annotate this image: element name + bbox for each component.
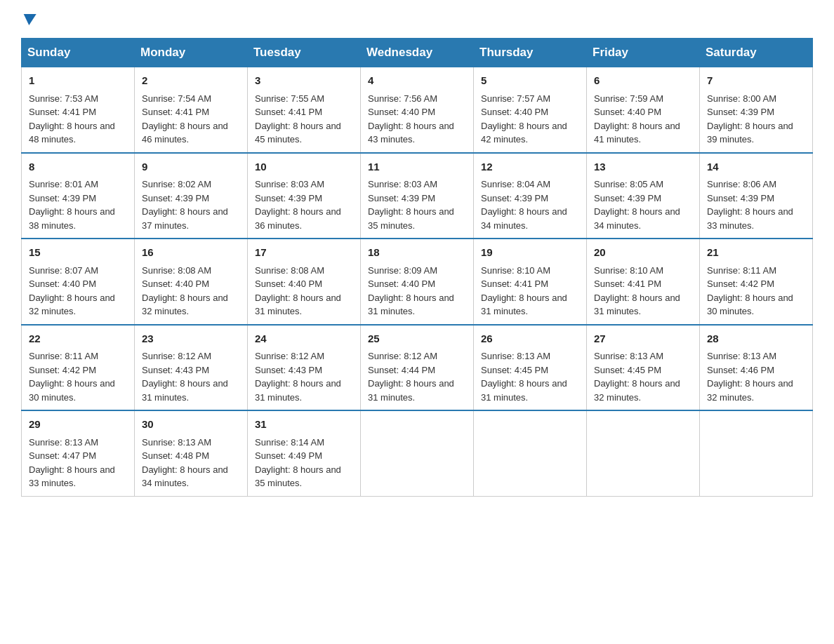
day-number: 18 bbox=[368, 245, 466, 261]
calendar-cell: 16Sunrise: 8:08 AMSunset: 4:40 PMDayligh… bbox=[135, 239, 248, 325]
sunrise-text: Sunrise: 8:00 AM bbox=[707, 93, 776, 104]
daylight-text: Daylight: 8 hours and 34 minutes. bbox=[142, 464, 228, 489]
sunrise-text: Sunrise: 8:13 AM bbox=[481, 351, 550, 361]
sunrise-text: Sunrise: 8:11 AM bbox=[29, 351, 98, 361]
sunrise-text: Sunrise: 8:04 AM bbox=[481, 179, 550, 189]
daylight-text: Daylight: 8 hours and 35 minutes. bbox=[255, 464, 341, 489]
sunrise-text: Sunrise: 7:59 AM bbox=[594, 93, 663, 104]
daylight-text: Daylight: 8 hours and 33 minutes. bbox=[29, 464, 115, 489]
calendar-cell: 24Sunrise: 8:12 AMSunset: 4:43 PMDayligh… bbox=[248, 325, 361, 411]
day-number: 28 bbox=[707, 331, 805, 347]
day-header-friday: Friday bbox=[587, 39, 700, 67]
daylight-text: Daylight: 8 hours and 30 minutes. bbox=[707, 293, 793, 317]
sunrise-text: Sunrise: 7:54 AM bbox=[142, 93, 211, 104]
week-row-2: 8Sunrise: 8:01 AMSunset: 4:39 PMDaylight… bbox=[22, 153, 813, 239]
sunset-text: Sunset: 4:41 PM bbox=[255, 107, 322, 117]
daylight-text: Daylight: 8 hours and 36 minutes. bbox=[255, 206, 341, 231]
day-number: 14 bbox=[707, 159, 805, 175]
calendar-cell: 15Sunrise: 8:07 AMSunset: 4:40 PMDayligh… bbox=[22, 239, 135, 325]
calendar-table: SundayMondayTuesdayWednesdayThursdayFrid… bbox=[21, 38, 813, 497]
sunset-text: Sunset: 4:40 PM bbox=[29, 279, 96, 289]
sunset-text: Sunset: 4:48 PM bbox=[142, 450, 209, 461]
calendar-cell: 7Sunrise: 8:00 AMSunset: 4:39 PMDaylight… bbox=[700, 67, 813, 153]
days-header-row: SundayMondayTuesdayWednesdayThursdayFrid… bbox=[22, 39, 813, 67]
sunrise-text: Sunrise: 8:13 AM bbox=[707, 351, 776, 361]
daylight-text: Daylight: 8 hours and 31 minutes. bbox=[481, 293, 567, 317]
sunset-text: Sunset: 4:39 PM bbox=[255, 193, 322, 203]
day-number: 30 bbox=[142, 417, 240, 433]
daylight-text: Daylight: 8 hours and 30 minutes. bbox=[29, 378, 115, 403]
sunrise-text: Sunrise: 8:12 AM bbox=[142, 351, 211, 361]
sunset-text: Sunset: 4:39 PM bbox=[481, 193, 548, 203]
day-number: 7 bbox=[707, 73, 805, 89]
daylight-text: Daylight: 8 hours and 46 minutes. bbox=[142, 121, 228, 145]
sunset-text: Sunset: 4:40 PM bbox=[481, 107, 548, 117]
day-number: 9 bbox=[142, 159, 240, 175]
day-header-monday: Monday bbox=[135, 39, 248, 67]
daylight-text: Daylight: 8 hours and 41 minutes. bbox=[594, 121, 680, 145]
day-header-tuesday: Tuesday bbox=[248, 39, 361, 67]
calendar-cell: 14Sunrise: 8:06 AMSunset: 4:39 PMDayligh… bbox=[700, 153, 813, 239]
sunset-text: Sunset: 4:40 PM bbox=[368, 107, 435, 117]
sunset-text: Sunset: 4:41 PM bbox=[29, 107, 96, 117]
sunrise-text: Sunrise: 7:57 AM bbox=[481, 93, 550, 104]
sunrise-text: Sunrise: 8:11 AM bbox=[707, 265, 776, 276]
sunset-text: Sunset: 4:39 PM bbox=[707, 107, 774, 117]
day-number: 5 bbox=[481, 73, 579, 89]
sunset-text: Sunset: 4:45 PM bbox=[594, 365, 661, 375]
daylight-text: Daylight: 8 hours and 31 minutes. bbox=[368, 293, 454, 317]
daylight-text: Daylight: 8 hours and 31 minutes. bbox=[481, 378, 567, 403]
day-number: 25 bbox=[368, 331, 466, 347]
daylight-text: Daylight: 8 hours and 34 minutes. bbox=[481, 206, 567, 231]
day-number: 22 bbox=[29, 331, 127, 347]
calendar-cell: 30Sunrise: 8:13 AMSunset: 4:48 PMDayligh… bbox=[135, 410, 248, 496]
sunset-text: Sunset: 4:42 PM bbox=[707, 279, 774, 289]
daylight-text: Daylight: 8 hours and 31 minutes. bbox=[255, 378, 341, 403]
sunrise-text: Sunrise: 8:10 AM bbox=[481, 265, 550, 276]
sunrise-text: Sunrise: 8:10 AM bbox=[594, 265, 663, 276]
daylight-text: Daylight: 8 hours and 33 minutes. bbox=[707, 206, 793, 231]
day-number: 24 bbox=[255, 331, 353, 347]
sunrise-text: Sunrise: 8:09 AM bbox=[368, 265, 437, 276]
sunset-text: Sunset: 4:39 PM bbox=[594, 193, 661, 203]
day-number: 10 bbox=[255, 159, 353, 175]
sunrise-text: Sunrise: 7:55 AM bbox=[255, 93, 324, 104]
calendar-cell bbox=[587, 410, 700, 496]
calendar-cell: 12Sunrise: 8:04 AMSunset: 4:39 PMDayligh… bbox=[474, 153, 587, 239]
calendar-cell: 17Sunrise: 8:08 AMSunset: 4:40 PMDayligh… bbox=[248, 239, 361, 325]
calendar-cell: 5Sunrise: 7:57 AMSunset: 4:40 PMDaylight… bbox=[474, 67, 587, 153]
sunset-text: Sunset: 4:43 PM bbox=[142, 365, 209, 375]
calendar-cell: 28Sunrise: 8:13 AMSunset: 4:46 PMDayligh… bbox=[700, 325, 813, 411]
calendar-cell: 25Sunrise: 8:12 AMSunset: 4:44 PMDayligh… bbox=[361, 325, 474, 411]
day-number: 17 bbox=[255, 245, 353, 261]
daylight-text: Daylight: 8 hours and 39 minutes. bbox=[707, 121, 793, 145]
calendar-cell: 23Sunrise: 8:12 AMSunset: 4:43 PMDayligh… bbox=[135, 325, 248, 411]
sunrise-text: Sunrise: 7:56 AM bbox=[368, 93, 437, 104]
calendar-cell: 18Sunrise: 8:09 AMSunset: 4:40 PMDayligh… bbox=[361, 239, 474, 325]
week-row-4: 22Sunrise: 8:11 AMSunset: 4:42 PMDayligh… bbox=[22, 325, 813, 411]
daylight-text: Daylight: 8 hours and 37 minutes. bbox=[142, 206, 228, 231]
sunset-text: Sunset: 4:47 PM bbox=[29, 450, 96, 461]
sunset-text: Sunset: 4:41 PM bbox=[481, 279, 548, 289]
daylight-text: Daylight: 8 hours and 48 minutes. bbox=[29, 121, 115, 145]
header bbox=[21, 14, 813, 25]
daylight-text: Daylight: 8 hours and 43 minutes. bbox=[368, 121, 454, 145]
sunrise-text: Sunrise: 8:12 AM bbox=[368, 351, 437, 361]
day-header-wednesday: Wednesday bbox=[361, 39, 474, 67]
sunset-text: Sunset: 4:41 PM bbox=[142, 107, 209, 117]
day-number: 27 bbox=[594, 331, 692, 347]
sunset-text: Sunset: 4:39 PM bbox=[707, 193, 774, 203]
logo bbox=[21, 14, 36, 25]
day-number: 19 bbox=[481, 245, 579, 261]
sunset-text: Sunset: 4:40 PM bbox=[255, 279, 322, 289]
calendar-cell: 21Sunrise: 8:11 AMSunset: 4:42 PMDayligh… bbox=[700, 239, 813, 325]
calendar-cell: 11Sunrise: 8:03 AMSunset: 4:39 PMDayligh… bbox=[361, 153, 474, 239]
week-row-1: 1Sunrise: 7:53 AMSunset: 4:41 PMDaylight… bbox=[22, 67, 813, 153]
calendar-cell: 2Sunrise: 7:54 AMSunset: 4:41 PMDaylight… bbox=[135, 67, 248, 153]
calendar-cell: 6Sunrise: 7:59 AMSunset: 4:40 PMDaylight… bbox=[587, 67, 700, 153]
sunrise-text: Sunrise: 8:12 AM bbox=[255, 351, 324, 361]
day-number: 16 bbox=[142, 245, 240, 261]
daylight-text: Daylight: 8 hours and 31 minutes. bbox=[142, 378, 228, 403]
day-number: 29 bbox=[29, 417, 127, 433]
calendar-cell bbox=[700, 410, 813, 496]
